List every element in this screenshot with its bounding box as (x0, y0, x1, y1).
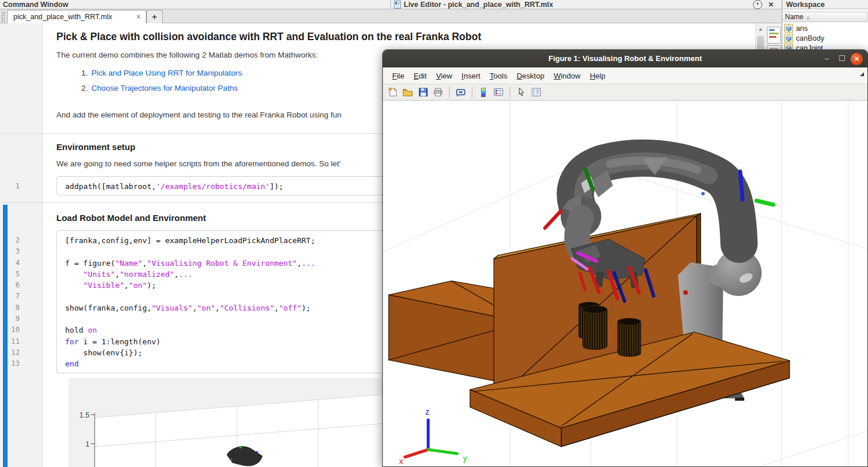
scroll-up-arrow[interactable]: ▲ (756, 25, 765, 34)
line-number: 12 (0, 347, 27, 358)
menu-desktop[interactable]: Desktop (512, 70, 549, 82)
line-number: 3 (0, 245, 27, 256)
tab-pick-and-place[interactable]: pick_and_place_with_RRT.mlx × (7, 10, 146, 23)
variable-cube-icon (784, 34, 793, 42)
can-right (618, 318, 641, 357)
demo-hyperlink[interactable]: Choose Trajectories for Manipulator Path… (91, 84, 238, 92)
workspace-name-column-header[interactable]: Name △ (783, 12, 867, 22)
column-label: Name (785, 13, 804, 21)
y-axis-label: y (463, 454, 467, 463)
line-number: 2 (0, 234, 27, 245)
line-number: 5 (0, 268, 27, 279)
line-number: 7 (0, 290, 27, 301)
line-number: 10 (0, 324, 27, 335)
z-axis-label: z (425, 407, 429, 416)
tab-label: pick_and_place_with_RRT.mlx (8, 13, 131, 21)
workspace-panel-title: Workspace (782, 0, 868, 9)
figure-toolbar (383, 84, 867, 101)
plus-icon: + (152, 12, 157, 22)
panel-actions-button[interactable]: ▼ (753, 0, 762, 9)
line-number: 4 (0, 257, 27, 268)
property-inspector-icon[interactable] (530, 86, 543, 99)
matlab-desktop: Command Window Live Editor - pick_and_pl… (0, 0, 868, 467)
line-number-gutter-1: 1 (0, 180, 27, 191)
workspace-variable-row[interactable]: ans (783, 23, 867, 33)
new-figure-icon[interactable] (386, 86, 399, 99)
insert-legend-icon[interactable] (492, 86, 505, 99)
line-number: 9 (0, 313, 27, 324)
demo-link-item: 2.Choose Trajectories for Manipulator Pa… (81, 84, 242, 92)
print-figure-icon[interactable] (432, 86, 444, 99)
line-number: 8 (0, 302, 27, 313)
menu-tools[interactable]: Tools (485, 70, 512, 82)
demo-link-list: 1.Pick and Place Using RRT for Manipulat… (81, 69, 242, 99)
sort-ascending-icon: △ (806, 15, 810, 20)
variable-name: canBody (796, 34, 824, 42)
can-left (583, 306, 607, 350)
insert-colorbar-icon[interactable] (477, 86, 490, 99)
document-title: Pick & Place with collision avoidance wi… (56, 31, 481, 43)
demo-link-item: 1.Pick and Place Using RRT for Manipulat… (81, 69, 242, 77)
live-editor-icon (394, 1, 401, 9)
menu-window[interactable]: Window (549, 70, 585, 82)
line-number: 11 (0, 336, 27, 347)
minimize-button[interactable]: – (825, 55, 829, 63)
menu-help[interactable]: Help (585, 70, 610, 82)
command-window-title-text: Command Window (3, 1, 68, 9)
line-number: 13 (0, 358, 27, 369)
maximize-button[interactable]: ☐ (838, 55, 845, 63)
world-frame-triad: z x y (399, 407, 467, 466)
panel-close-button[interactable]: ✕ (768, 1, 774, 9)
live-editor-panel-title: Live Editor - pick_and_place_with_RRT.ml… (390, 0, 782, 9)
tab-close-icon[interactable]: × (131, 13, 146, 21)
open-file-icon[interactable] (401, 86, 414, 99)
figure-window[interactable]: Figure 1: Visualising Robot & Environmen… (382, 49, 868, 467)
variable-cube-icon (784, 24, 793, 33)
list-number: 2. (81, 84, 88, 92)
menu-edit[interactable]: Edit (409, 70, 431, 82)
menu-insert[interactable]: Insert (457, 70, 485, 82)
command-window-panel-title: Command Window (0, 0, 390, 9)
edit-plot-icon[interactable] (515, 86, 528, 99)
section1-heading: Environment setup (56, 142, 135, 152)
demo-hyperlink[interactable]: Pick and Place Using RRT for Manipulator… (91, 69, 242, 77)
save-figure-icon[interactable] (417, 86, 429, 99)
workspace-variable-list: anscanBodycanJoint (783, 23, 867, 53)
output-view-icon[interactable] (767, 27, 781, 44)
mini-ytick-1: 1.5 (80, 411, 89, 419)
menu-view[interactable]: View (431, 70, 457, 82)
line-number: 1 (0, 180, 27, 191)
mini-ytick-2: 1 (85, 440, 89, 448)
workspace-title-text: Workspace (786, 1, 824, 9)
dock-figure-icon[interactable] (860, 72, 864, 76)
list-number: 1. (81, 69, 88, 77)
figure-menubar: FileEditViewInsertToolsDesktopWindowHelp (383, 67, 867, 84)
x-axis-label: x (399, 457, 403, 466)
line-number-gutter-2: 2345678910111213 (0, 234, 27, 369)
workspace-variable-row[interactable]: canBody (783, 33, 867, 43)
line-number: 6 (0, 279, 27, 290)
menu-file[interactable]: File (388, 70, 409, 82)
figure-axes-canvas[interactable]: z x y (383, 101, 868, 467)
link-plot-icon[interactable] (454, 86, 467, 99)
section2-heading: Load Robot Model and Environment (56, 213, 206, 223)
figure-window-titlebar[interactable]: Figure 1: Visualising Robot & Environmen… (383, 50, 867, 67)
toolbar-drag-handle[interactable] (1, 12, 5, 22)
variable-name: ans (796, 24, 808, 33)
new-tab-button[interactable]: + (146, 10, 163, 23)
close-button[interactable]: ✕ (851, 53, 863, 65)
live-editor-title-text: Live Editor - pick_and_place_with_RRT.ml… (404, 1, 553, 9)
robot-environment-scene: z x y (383, 101, 868, 467)
